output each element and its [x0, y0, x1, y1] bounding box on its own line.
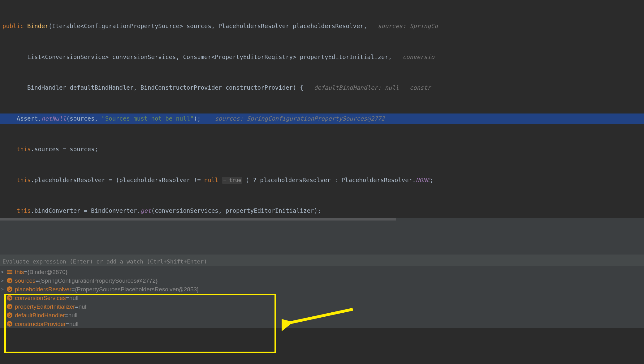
equals-sign: = — [65, 311, 68, 319]
code-line-1[interactable]: public Binder(Iterable<ConfigurationProp… — [0, 21, 644, 32]
code-line-4-execution[interactable]: Assert.notNull(sources, "Sources must no… — [0, 113, 644, 124]
equals-sign: = — [24, 268, 28, 276]
placeholder-text: Evaluate expression (Enter) or add a wat… — [2, 258, 207, 265]
variable-name: sources — [15, 276, 36, 285]
inline-hint: sources: SpringCo — [378, 23, 438, 29]
inline-value-hint: = true — [222, 177, 242, 184]
variable-value: null — [69, 294, 79, 302]
variable-value: null — [68, 311, 78, 319]
parameter-icon: p — [7, 278, 12, 283]
parameter-icon: p — [7, 321, 12, 327]
variable-name: defaultBindHandler — [15, 311, 65, 319]
horizontal-scrollbar[interactable] — [0, 218, 644, 221]
variable-value: {SpringConfigurationPropertySources@2772… — [39, 276, 158, 285]
equals-sign: = — [71, 285, 75, 293]
code-line-6[interactable]: this.placeholdersResolver = (placeholder… — [0, 175, 644, 186]
code-line-3[interactable]: BindHandler defaultBindHandler, BindCons… — [0, 83, 644, 93]
variable-name: constructorProvider — [15, 320, 66, 328]
code-line-7[interactable]: this.bindConverter = BindConverter.get(c… — [0, 206, 644, 216]
variable-row-propertyEditorInitializer[interactable]: ppropertyEditorInitializer = null — [0, 302, 644, 311]
variable-value: null — [78, 302, 88, 311]
equals-sign: = — [36, 276, 39, 285]
code-line-2[interactable]: List<ConversionService> conversionServic… — [0, 52, 644, 62]
variable-name: propertyEditorInitializer — [15, 302, 75, 311]
code-line-5[interactable]: this.sources = sources; — [0, 144, 644, 155]
expand-chevron-icon[interactable]: > — [1, 285, 7, 293]
parameter-icon: p — [7, 286, 12, 292]
scrollbar-thumb[interactable] — [0, 218, 396, 221]
inline-hint: constr — [410, 84, 431, 91]
inline-hint: conversio — [403, 54, 434, 60]
variable-row-defaultBindHandler[interactable]: pdefaultBindHandler = null — [0, 311, 644, 319]
panel-divider[interactable] — [0, 221, 644, 255]
variable-value: {Binder@2870} — [28, 268, 67, 276]
variable-row-sources[interactable]: >psources = {SpringConfigurationProperty… — [0, 276, 644, 285]
equals-sign: = — [66, 320, 69, 328]
parameter-icon: p — [7, 295, 12, 301]
parameter-icon: p — [7, 304, 12, 309]
evaluate-expression-input[interactable]: Evaluate expression (Enter) or add a wat… — [0, 255, 644, 266]
variable-name: this — [15, 268, 24, 276]
expand-chevron-icon[interactable]: > — [1, 268, 7, 276]
equals-sign: = — [75, 302, 78, 311]
parameter-icon: p — [7, 312, 12, 318]
variable-row-this[interactable]: >this = {Binder@2870} — [0, 268, 644, 276]
expand-chevron-icon[interactable]: > — [1, 276, 7, 285]
variables-panel[interactable]: >this = {Binder@2870}>psources = {Spring… — [0, 266, 644, 328]
variable-value: null — [69, 320, 79, 328]
inline-hint: defaultBindHandler: null — [314, 84, 399, 91]
variable-name: conversionServices — [15, 294, 66, 302]
variable-row-constructorProvider[interactable]: pconstructorProvider = null — [0, 319, 644, 328]
this-icon — [7, 270, 12, 274]
inline-hint: sources: SpringConfigurationPropertySour… — [215, 115, 385, 122]
variable-value: {PropertySourcesPlaceholdersResolver@285… — [75, 285, 199, 293]
variable-row-placeholdersResolver[interactable]: >pplaceholdersResolver = {PropertySource… — [0, 285, 644, 293]
variable-row-conversionServices[interactable]: pconversionServices = null — [0, 293, 644, 302]
equals-sign: = — [66, 294, 69, 302]
variable-name: placeholdersResolver — [15, 285, 71, 293]
code-editor[interactable]: public Binder(Iterable<ConfigurationProp… — [0, 0, 644, 218]
